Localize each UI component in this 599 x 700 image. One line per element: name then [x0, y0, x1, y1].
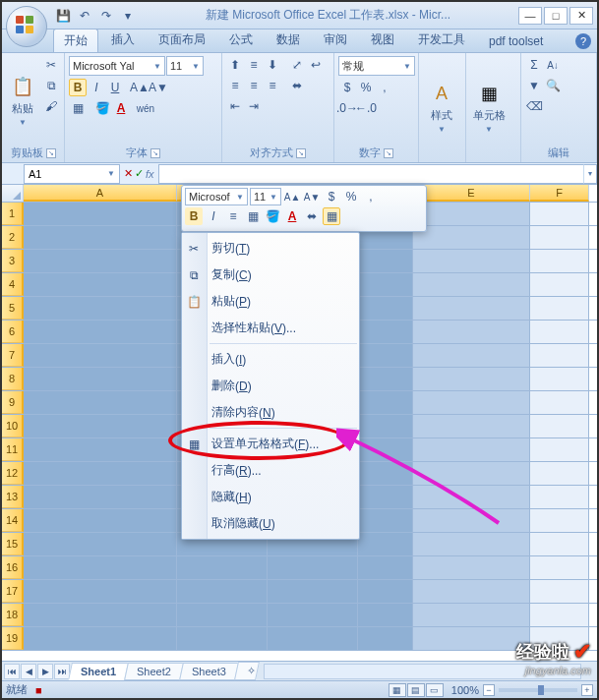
horizontal-scrollbar[interactable] — [264, 664, 581, 679]
number-dialog-launcher[interactable]: ↘ — [384, 148, 393, 158]
align-bottom-icon[interactable]: ⬇ — [264, 56, 281, 74]
cell[interactable] — [413, 250, 530, 272]
wrap-text-icon[interactable]: ↩ — [307, 56, 325, 74]
office-button[interactable] — [6, 6, 47, 47]
sheet-nav-first-icon[interactable]: ⏮ — [4, 664, 20, 679]
col-header-F[interactable]: F — [530, 185, 589, 202]
sheet-tab-3[interactable]: Sheet3 — [179, 663, 239, 680]
cell[interactable] — [413, 368, 530, 390]
tab-view[interactable]: 视图 — [360, 28, 405, 52]
mini-font-combo[interactable]: Microsof▼ — [185, 188, 248, 205]
cell[interactable] — [24, 368, 177, 390]
cell[interactable] — [413, 273, 530, 296]
cell[interactable] — [530, 604, 589, 626]
fill-color-icon[interactable]: 🪣 — [93, 99, 111, 117]
row-header[interactable]: 11 — [2, 438, 24, 461]
enter-icon[interactable]: ✓ — [135, 167, 144, 180]
mini-percent-icon[interactable]: % — [342, 188, 360, 205]
cell[interactable] — [24, 462, 177, 485]
mini-merge-icon[interactable]: ⬌ — [303, 207, 321, 225]
merge-icon[interactable]: ⬌ — [288, 77, 306, 94]
font-name-combo[interactable]: Microsoft Yal▼ — [69, 56, 165, 76]
qat-save-icon[interactable]: 💾 — [53, 6, 73, 26]
cell[interactable] — [358, 415, 413, 438]
align-dialog-launcher[interactable]: ↘ — [296, 148, 306, 158]
sort-icon[interactable]: A↓ — [544, 56, 562, 74]
cell[interactable] — [530, 415, 589, 438]
cell[interactable] — [413, 321, 530, 343]
ctx-delete[interactable]: 删除(D) — [182, 373, 359, 399]
row-header[interactable]: 15 — [2, 533, 24, 555]
zoom-level[interactable]: 100% — [451, 684, 479, 696]
mini-format-icon[interactable]: ▦ — [323, 207, 340, 225]
cell[interactable] — [413, 509, 530, 532]
clipboard-dialog-launcher[interactable]: ↘ — [46, 148, 56, 158]
ctx-paste-special[interactable]: 选择性粘贴(V)... — [182, 315, 359, 341]
grow-font-icon[interactable]: A▲ — [131, 79, 149, 96]
cell[interactable] — [24, 203, 177, 225]
cell[interactable] — [358, 321, 413, 343]
tab-page-layout[interactable]: 页面布局 — [148, 28, 216, 52]
cell[interactable] — [24, 297, 177, 320]
tab-home[interactable]: 开始 — [53, 29, 98, 52]
currency-icon[interactable]: $ — [338, 79, 356, 96]
comma-icon[interactable]: , — [376, 79, 393, 96]
name-box[interactable]: A1 ▼ — [24, 164, 120, 184]
zoom-slider[interactable] — [499, 688, 577, 692]
font-dialog-launcher[interactable]: ↘ — [150, 148, 160, 158]
new-sheet-button[interactable]: ✧ — [234, 662, 260, 680]
cell[interactable] — [358, 462, 413, 485]
cell[interactable] — [358, 368, 413, 390]
cell[interactable] — [358, 627, 413, 650]
cell[interactable] — [530, 226, 589, 249]
sheet-tab-1[interactable]: Sheet1 — [68, 663, 129, 680]
cell[interactable] — [177, 580, 268, 603]
cell[interactable] — [413, 627, 530, 650]
close-button[interactable]: ✕ — [569, 7, 593, 25]
ctx-cut[interactable]: ✂剪切(T) — [182, 235, 359, 262]
col-header-A[interactable]: A — [24, 185, 177, 202]
select-all-button[interactable] — [2, 185, 24, 202]
cell[interactable] — [358, 604, 413, 626]
cell[interactable] — [358, 438, 413, 461]
cell[interactable] — [24, 627, 177, 650]
cell[interactable] — [413, 203, 530, 225]
cell[interactable] — [413, 486, 530, 508]
cell[interactable] — [530, 344, 589, 367]
cell[interactable] — [268, 556, 358, 579]
cell[interactable] — [177, 556, 268, 579]
cell[interactable] — [24, 273, 177, 296]
mini-italic-button[interactable]: I — [205, 207, 222, 225]
align-middle-icon[interactable]: ≡ — [245, 56, 263, 74]
row-header[interactable]: 18 — [2, 604, 24, 626]
row-header[interactable]: 7 — [2, 344, 24, 367]
orientation-icon[interactable]: ⤢ — [288, 56, 306, 74]
view-page-break-icon[interactable]: ▭ — [426, 683, 444, 697]
macro-record-icon[interactable]: ■ — [35, 684, 42, 696]
cell[interactable] — [530, 627, 589, 650]
font-color-icon[interactable]: A — [112, 99, 130, 117]
tab-data[interactable]: 数据 — [266, 28, 311, 52]
cell[interactable] — [530, 321, 589, 343]
row-header[interactable]: 14 — [2, 509, 24, 532]
mini-currency-icon[interactable]: $ — [323, 188, 340, 205]
mini-align-center-icon[interactable]: ≡ — [224, 207, 242, 225]
cell[interactable] — [358, 391, 413, 414]
cell[interactable] — [413, 297, 530, 320]
cell[interactable] — [358, 344, 413, 367]
fill-icon[interactable]: ▼ — [525, 77, 543, 94]
styles-button[interactable]: A 样式 ▼ — [423, 56, 460, 158]
bold-button[interactable]: B — [69, 79, 87, 96]
cell[interactable] — [413, 391, 530, 414]
mini-borders-icon[interactable]: ▦ — [244, 207, 262, 225]
underline-button[interactable]: U — [106, 79, 124, 96]
font-size-combo[interactable]: 11▼ — [166, 56, 204, 76]
copy-icon[interactable]: ⧉ — [42, 77, 60, 94]
row-header[interactable]: 9 — [2, 391, 24, 414]
cell[interactable] — [530, 273, 589, 296]
mini-shrink-font-icon[interactable]: A▼ — [303, 188, 321, 205]
cell[interactable] — [177, 604, 268, 626]
zoom-in-button[interactable]: + — [581, 684, 593, 696]
cell[interactable] — [530, 533, 589, 555]
format-painter-icon[interactable]: 🖌 — [42, 97, 60, 115]
